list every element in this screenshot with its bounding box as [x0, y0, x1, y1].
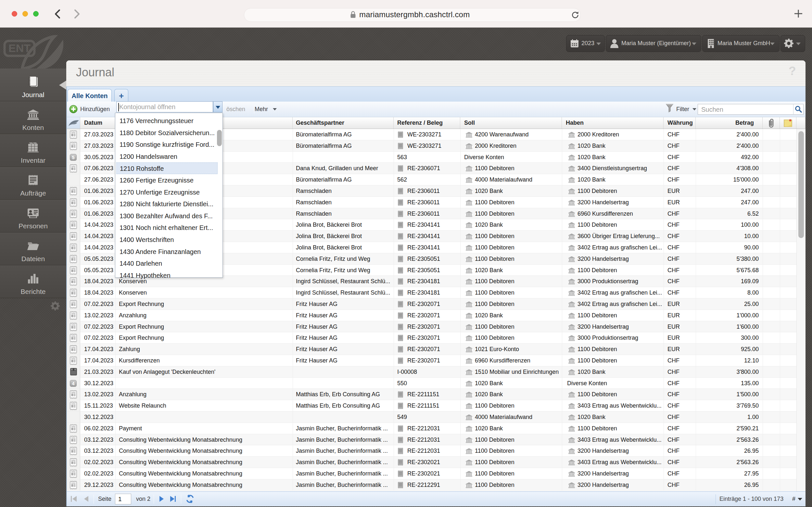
svg-text:ENT: ENT — [8, 42, 31, 54]
